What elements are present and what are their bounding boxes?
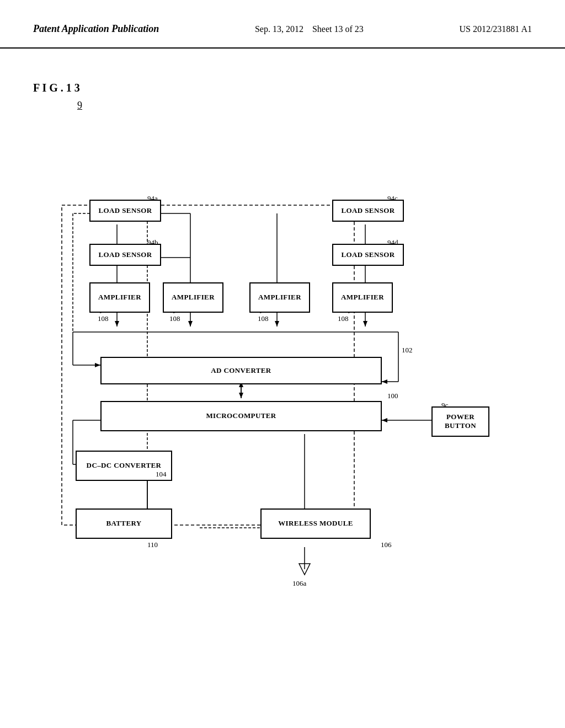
svg-marker-29: [382, 418, 387, 422]
ref-108-1: 108: [98, 314, 109, 323]
ref-108-4: 108: [338, 314, 349, 323]
figure-ref: 9: [77, 100, 532, 111]
ref-94b: 94b: [147, 238, 158, 247]
svg-marker-6: [115, 321, 119, 326]
svg-marker-12: [363, 321, 367, 326]
amplifier-3: AMPLIFIER: [249, 282, 310, 313]
svg-marker-16: [275, 321, 279, 326]
microcomputer: MICROCOMPUTER: [100, 401, 382, 431]
svg-marker-14: [188, 321, 193, 326]
amplifier-2: AMPLIFIER: [163, 282, 223, 313]
battery: BATTERY: [76, 508, 172, 539]
patent-number: US 2012/231881 A1: [459, 22, 532, 36]
ref-94a: 94a: [147, 194, 158, 203]
ref-104: 104: [156, 470, 167, 479]
ref-9c: 9c: [441, 401, 448, 410]
svg-marker-45: [299, 564, 310, 575]
power-button: POWER BUTTON: [431, 406, 489, 437]
amplifier-4: AMPLIFIER: [332, 282, 393, 313]
svg-marker-20: [95, 363, 100, 367]
sheet-info: Sep. 13, 2012 Sheet 13 of 23: [255, 22, 364, 36]
svg-marker-27: [382, 379, 387, 384]
ref-102: 102: [402, 346, 413, 355]
ref-94c: 94c: [387, 194, 398, 203]
ref-106: 106: [381, 540, 392, 549]
wireless-module: WIRELESS MODULE: [260, 508, 371, 539]
svg-marker-24: [239, 393, 243, 398]
load-sensor-94a: LOAD SENSOR: [89, 200, 161, 222]
publication-title: Patent Application Publication: [33, 22, 159, 36]
figure-label: F I G . 1 3: [33, 82, 532, 94]
ref-100: 100: [387, 392, 398, 400]
ad-converter: AD CONVERTER: [100, 357, 382, 384]
ref-106a: 106a: [292, 579, 306, 588]
circuit-diagram: LOAD SENSOR LOAD SENSOR LOAD SENSOR LOAD…: [56, 128, 509, 624]
load-sensor-94d: LOAD SENSOR: [332, 244, 404, 266]
ref-108-2: 108: [169, 314, 180, 323]
ref-94d: 94d: [387, 238, 398, 247]
page-content: F I G . 1 3 9: [0, 49, 565, 646]
ref-110: 110: [147, 540, 158, 549]
page-header: Patent Application Publication Sep. 13, …: [0, 0, 565, 49]
load-sensor-94b: LOAD SENSOR: [89, 244, 161, 266]
ref-108-3: 108: [258, 314, 269, 323]
load-sensor-94c: LOAD SENSOR: [332, 200, 404, 222]
amplifier-1: AMPLIFIER: [89, 282, 150, 313]
